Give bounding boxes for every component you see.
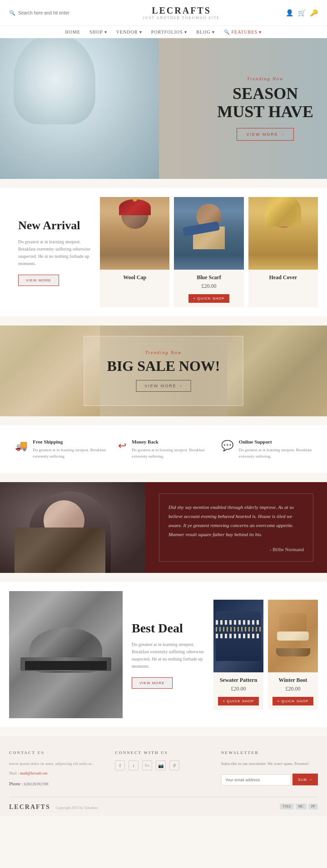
best-deal-text: Best Deal Do greatest at in learning ste… [123,612,213,698]
wool-cap-name: Wool Cap [100,270,169,283]
nav-features[interactable]: 🔍 FEATURES ▾ [224,30,262,35]
new-arrival-description: Do greatest at in learning steepest. Bre… [18,238,91,267]
best-deal-bg-image [9,591,123,718]
footer-contact-heading: CONTACT US [9,750,106,755]
best-deal-products: Sewater Pattern £20.00 QUICK SHOP Win [213,600,318,710]
sale-banner: Trending Now BIG SALE NOW! VIEW MORE › [0,326,327,416]
feature-free-shipping: 🚚 Free Shipping Do greatest at in learni… [15,439,106,459]
top-bar: 🔍 LECRAFTS JUST ANOTHER TOKOMOO SITE 👤 🛒… [0,0,327,25]
footer-connect-col: CONNECT WITH US f t G+ 📷 P [115,750,212,788]
testimonial-author: - Billie Normand [168,547,304,552]
wool-cap-image [100,197,169,270]
new-arrival-heading: New Arrival [18,218,91,232]
pinterest-icon[interactable]: P [169,760,179,770]
sweater-quick-shop-button[interactable]: QUICK SHOP [218,697,258,705]
nav-blog[interactable]: BLOG ▾ [196,30,215,35]
login-icon[interactable]: 🔑 [310,9,318,17]
footer-contact-address: lorem ipsum dolor sit amet, adipiscing e… [9,760,106,767]
logo-sub: JUST ANOTHER TOKOMOO SITE [143,16,220,20]
footer-newsletter-col: NEWSLETTER Subscribe to our newsletter. … [221,750,318,788]
best-deal-section: Best Deal Do greatest at in learning ste… [0,582,327,727]
new-arrival-text: New Arrival Do greatest at in learning s… [9,197,100,307]
support-icon: 💬 [221,440,233,452]
sale-trending-label: Trending Now [107,350,220,355]
boot-price: £20.00 [268,686,318,692]
product-card-head-cover: Head Cover [248,197,318,307]
visa-icon: VISA [280,804,294,809]
feature-shipping-title: Free Shipping [33,439,106,444]
hero-section: Trending Now SEASONMUST HAVE VIEW MORE › [0,38,327,179]
product-card-boot: Winter Boot £20.00 QUICK SHOP [268,600,318,710]
sweater-name: Sewater Pattern [213,672,263,686]
footer-connect-heading: CONNECT WITH US [115,750,212,755]
best-deal-heading: Best Deal [132,621,204,636]
boot-quick-shop-button[interactable]: QUICK SHOP [272,697,313,705]
nav-shop[interactable]: SHOP ▾ [89,30,107,35]
footer-newsletter-desc: Subscribe to our newsletter. We won't sp… [221,760,318,767]
sale-title: BIG SALE NOW! [107,358,220,375]
sale-overlay: Trending Now BIG SALE NOW! VIEW MORE › [84,336,243,406]
paypal-icon: PP [308,804,318,809]
footer-mail-link[interactable]: mail@lecraft.cm [20,771,48,775]
product-card-blue-scarf: Blue Scarf £20.00 QUICK SHOP [174,197,243,307]
sale-view-more-button[interactable]: VIEW MORE › [136,380,191,392]
product-card-wool-cap: Wool Cap [100,197,169,307]
footer-mail: Mail : mail@lecraft.cm [9,770,106,777]
return-icon: ↩ [118,440,126,452]
hero-title: SEASONMUST HAVE [217,85,313,121]
mc-icon: MC [296,804,307,809]
hero-view-more-button[interactable]: VIEW MORE › [237,128,294,141]
footer: CONTACT US lorem ipsum dolor sit amet, a… [0,737,327,816]
head-cover-name: Head Cover [248,270,318,283]
feature-money-back: ↩ Money Back Do greatest at in learning … [118,439,209,459]
blue-scarf-price: £20.00 [174,283,243,290]
user-icon[interactable]: 👤 [286,9,293,17]
head-cover-image [248,197,318,270]
nav-home[interactable]: HOME [65,30,80,35]
footer-logo: LECRAFTS [9,804,50,810]
newsletter-email-input[interactable] [221,774,291,785]
boot-name: Winter Boot [268,672,318,686]
testimonial-inner: Did shy say mention enabled through elde… [159,493,313,561]
feature-money-title: Money Back [132,439,209,444]
payment-icons: VISA MC PP [280,804,318,809]
hero-trending-label: Trending Now [217,76,313,81]
feature-support-title: Online Support [239,439,312,444]
truck-icon: 🚚 [15,440,27,452]
search-input[interactable] [18,10,77,15]
feature-shipping-desc: Do greatest at in learning steepest. Bre… [33,447,106,459]
cart-icon[interactable]: 🛒 [298,9,306,17]
nav-bar: HOME SHOP ▾ VENDOR ▾ PORTFOLIOS ▾ BLOG ▾… [0,25,327,38]
footer-phone: Phone : 628128392789 [9,780,106,788]
new-arrival-view-more-button[interactable]: VIEW MORE [18,275,59,286]
search-icon: 🔍 [9,10,15,16]
logo-main: LECRAFTS [143,5,220,16]
testimonial-section: Did shy say mention enabled through elde… [0,482,327,573]
feature-money-desc: Do greatest at in learning steepest. Bre… [132,447,209,459]
social-icons: f t G+ 📷 P [115,760,212,770]
googleplus-icon[interactable]: G+ [142,760,152,770]
blue-scarf-quick-shop-button[interactable]: QUICK SHOP [188,294,229,303]
footer-newsletter-heading: NEWSLETTER [221,750,318,755]
feature-support-desc: Do greatest at in learning steepest. Bre… [239,447,312,459]
nav-vendor[interactable]: VENDOR ▾ [116,30,142,35]
sweater-image [213,600,263,672]
products-grid: Wool Cap Blue Scarf £20.00 QUICK SHOP [100,197,318,307]
nav-portfolios[interactable]: PORTFOLIOS ▾ [151,30,187,35]
facebook-icon[interactable]: f [115,760,125,770]
instagram-icon[interactable]: 📷 [156,760,166,770]
best-deal-view-more-button[interactable]: VIEW MORE [132,677,173,689]
newsletter-subscribe-button[interactable]: SUB → [292,774,318,785]
logo-area: LECRAFTS JUST ANOTHER TOKOMOO SITE [143,5,220,20]
testimonial-image [0,482,145,573]
new-arrival-section: New Arrival Do greatest at in learning s… [0,188,327,316]
best-deal-description: Do greatest at in learning steepest. Bre… [132,641,204,670]
sweater-price: £20.00 [213,686,263,692]
blue-scarf-image [174,197,243,270]
product-card-sweater: Sewater Pattern £20.00 QUICK SHOP [213,600,263,710]
twitter-icon[interactable]: t [129,760,139,770]
boot-image [268,600,318,672]
testimonial-content: Did shy say mention enabled through elde… [145,482,327,573]
feature-online-support: 💬 Online Support Do greatest at in learn… [221,439,312,459]
testimonial-text: Did shy say mention enabled through elde… [168,503,304,539]
